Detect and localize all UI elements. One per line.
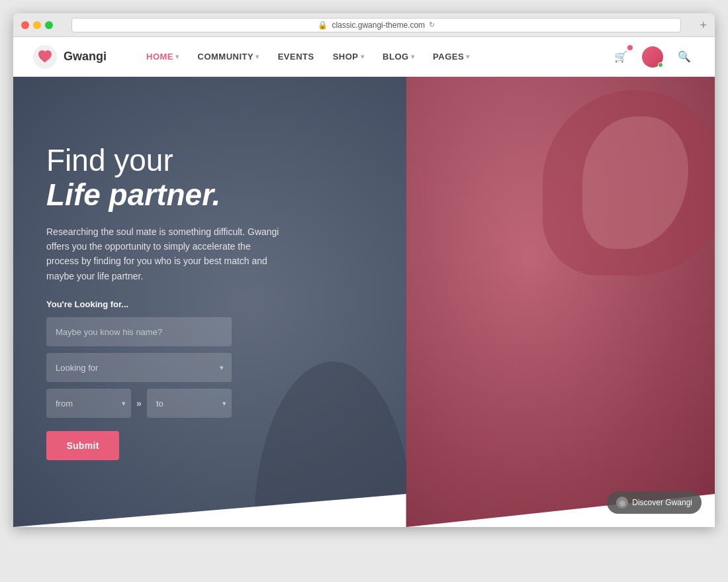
svg-marker-1 — [13, 494, 406, 527]
lock-icon: 🔒 — [318, 21, 328, 30]
name-search-input[interactable] — [46, 317, 232, 346]
age-separator: » — [136, 398, 142, 409]
nav-menu: HOME ▾ COMMUNITY ▾ EVENTS SHOP ▾ BLOG ▾ — [146, 52, 610, 62]
close-button[interactable] — [21, 21, 29, 29]
nav-item-community[interactable]: COMMUNITY ▾ — [198, 52, 259, 62]
looking-for-select[interactable]: Looking for Men Women Both — [46, 353, 232, 382]
chevron-icon: ▾ — [361, 53, 365, 60]
discover-badge[interactable]: ◎ Discover Gwangi — [607, 491, 702, 514]
search-label: You're Looking for... — [46, 299, 285, 309]
chevron-icon: ▾ — [466, 53, 470, 60]
hero-title-line2: Life partner. — [46, 177, 285, 213]
nav-right: 🛒 🔍 — [610, 46, 695, 68]
hero-title-line1: Find your — [46, 144, 285, 177]
nav-item-blog[interactable]: BLOG ▾ — [383, 52, 414, 62]
browser-window: 🔒 classic.gwangi-theme.com ↻ + Gwangi HO… — [13, 13, 715, 527]
age-to-select[interactable]: to 253035 405060 — [147, 389, 232, 418]
hero-right-panel: ◎ Discover Gwangi — [406, 77, 715, 527]
cart-badge — [627, 45, 633, 50]
logo-icon — [33, 45, 57, 69]
maximize-button[interactable] — [45, 21, 53, 29]
url-text: classic.gwangi-theme.com — [332, 21, 425, 30]
browser-titlebar: 🔒 classic.gwangi-theme.com ↻ + — [13, 13, 715, 37]
website-content: Gwangi HOME ▾ COMMUNITY ▾ EVENTS SHOP ▾ — [13, 37, 715, 527]
submit-button[interactable]: Submit — [46, 431, 119, 460]
chevron-icon: ▾ — [411, 53, 415, 60]
hero-left-panel: Find your Life partner. Researching the … — [13, 77, 406, 527]
nav-item-pages[interactable]: PAGES ▾ — [433, 52, 470, 62]
looking-for-wrapper: Looking for Men Women Both ▾ — [46, 353, 232, 382]
cart-button[interactable]: 🛒 — [610, 46, 631, 68]
hero-description: Researching the soul mate is something d… — [46, 224, 285, 284]
traffic-lights — [21, 21, 53, 29]
nav-item-home[interactable]: HOME ▾ — [146, 52, 179, 62]
hero-section: Find your Life partner. Researching the … — [13, 77, 715, 527]
navbar: Gwangi HOME ▾ COMMUNITY ▾ EVENTS SHOP ▾ — [13, 37, 715, 77]
chevron-icon: ▾ — [255, 53, 259, 60]
from-select-wrapper: from 182025 303540 ▾ — [46, 389, 131, 418]
hero-content: Find your Life partner. Researching the … — [13, 104, 318, 500]
nav-item-events[interactable]: EVENTS — [278, 52, 314, 62]
logo-area[interactable]: Gwangi — [33, 45, 107, 69]
address-bar[interactable]: 🔒 classic.gwangi-theme.com ↻ — [71, 18, 681, 32]
discover-icon: ◎ — [616, 497, 628, 509]
search-nav-button[interactable]: 🔍 — [674, 46, 695, 68]
new-tab-button[interactable]: + — [700, 19, 707, 31]
refresh-icon[interactable]: ↻ — [429, 21, 435, 29]
age-from-select[interactable]: from 182025 303540 — [46, 389, 131, 418]
discover-label: Discover Gwangi — [632, 498, 692, 507]
logo-text: Gwangi — [64, 50, 107, 64]
hero-wave — [13, 494, 406, 527]
to-select-wrapper: to 253035 405060 ▾ — [147, 389, 232, 418]
chevron-icon: ▾ — [175, 53, 179, 60]
couple-illustration — [406, 77, 715, 527]
minimize-button[interactable] — [33, 21, 41, 29]
online-indicator — [658, 62, 663, 68]
user-avatar[interactable] — [642, 46, 663, 68]
nav-item-shop[interactable]: SHOP ▾ — [333, 52, 364, 62]
age-range-row: from 182025 303540 ▾ » to 253035 40506 — [46, 389, 232, 418]
